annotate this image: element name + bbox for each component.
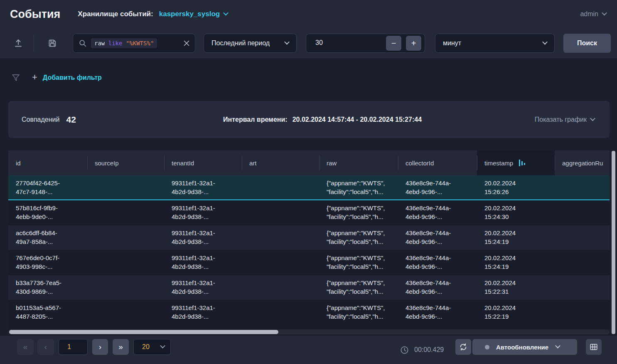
table-row[interactable]: b01153a5-a567- 4487-8205-...99311ef1-32a… — [8, 300, 610, 325]
cell-timestamp: 20.02.2024 15:26:26 — [477, 175, 555, 199]
horizontal-scrollbar[interactable] — [8, 330, 610, 334]
increment-button[interactable]: + — [406, 36, 421, 51]
interval-group: Интервал времени: 20.02.2024 14:57:44 - … — [223, 101, 422, 138]
autoupdate-label: Автообновление — [496, 344, 548, 351]
user-name: admin — [580, 10, 598, 18]
toolbar-divider — [34, 35, 34, 52]
export-button[interactable] — [10, 35, 27, 52]
table-row[interactable]: 57b816cf-9fb9- 4ebb-9de0-...99311ef1-32a… — [8, 200, 610, 225]
column-header-timestamp-label: timestamp — [484, 160, 513, 167]
column-header-raw[interactable]: raw — [319, 150, 398, 175]
matches-count: 42 — [66, 115, 76, 125]
search-button[interactable]: Поиск — [563, 34, 611, 53]
column-settings-button[interactable] — [586, 339, 602, 355]
query-timer: 00:00.429 — [400, 336, 444, 364]
events-table: id sourceIp tenantId art raw collectorId… — [8, 150, 610, 334]
column-header-timestamp[interactable]: timestamp — [477, 150, 555, 175]
autoupdate-button[interactable]: Автообновление — [472, 339, 577, 355]
cell-tenantid: 99311ef1-32a1- 4b2d-9d38-... — [164, 300, 242, 325]
search-input[interactable]: raw like "%KWTS%" — [73, 34, 195, 53]
sort-descending-icon — [519, 160, 526, 166]
chevron-down-icon — [284, 39, 290, 45]
app-header: События Хранилище событий: kaspersky_sys… — [0, 0, 617, 28]
interval-label: Интервал времени: — [223, 116, 288, 123]
vertical-scrollbar-thumb[interactable] — [612, 151, 615, 334]
cell-sourceip — [87, 300, 164, 325]
add-filter-button[interactable]: + Добавить фильтр — [32, 73, 102, 83]
interval-value: 20.02.2024 14:57:44 - 20.02.2024 15:27:4… — [293, 116, 422, 123]
user-menu[interactable]: admin — [580, 10, 606, 18]
search-icon — [79, 39, 87, 47]
cell-art — [242, 275, 319, 300]
table-row[interactable]: b33a7736-7ea5- 430d-9869-...99311ef1-32a… — [8, 275, 610, 300]
cell-timestamp: 20.02.2024 15:22:19 — [477, 300, 555, 325]
storage-label: Хранилище событий: — [78, 10, 153, 18]
cell-art — [242, 200, 319, 225]
period-select[interactable]: Последний период — [204, 34, 297, 53]
cell-raw: {"appname":"KWTS", "facility":"local5","… — [319, 300, 398, 325]
refresh-button[interactable] — [455, 339, 471, 355]
column-header-sourceip[interactable]: sourceIp — [87, 150, 164, 175]
cell-id: 767e6de0-0c7f- 4903-998c-... — [8, 250, 87, 275]
column-header-id[interactable]: id — [8, 150, 87, 175]
query-timer-value: 00:00.429 — [414, 346, 444, 354]
cell-aggregationru — [555, 300, 610, 325]
close-icon — [184, 40, 189, 46]
cell-timestamp: 20.02.2024 15:24:19 — [477, 225, 555, 250]
cell-tenantid: 99311ef1-32a1- 4b2d-9d38-... — [164, 175, 242, 199]
next-page-button[interactable]: › — [92, 339, 108, 355]
cell-collectorid: 436e8c9e-744a- 4ebd-9c96-... — [398, 300, 477, 325]
save-query-button[interactable] — [44, 35, 61, 52]
query-field: raw — [94, 40, 105, 47]
storage-select[interactable]: kaspersky_syslog — [159, 10, 228, 18]
period-select-value: Последний период — [211, 39, 270, 47]
period-amount-value: 30 — [315, 39, 323, 47]
period-amount-stepper[interactable]: 30 − + — [306, 34, 425, 53]
unit-select[interactable]: минут — [435, 34, 555, 53]
cell-raw: {"appname":"KWTS", "facility":"local5","… — [319, 200, 398, 225]
results-summary: Совпадений 42 Интервал времени: 20.02.20… — [8, 101, 610, 138]
cell-collectorid: 436e8c9e-744a- 4ebd-9c96-... — [398, 250, 477, 275]
clear-search-button[interactable] — [178, 40, 189, 46]
cell-id: b01153a5-a567- 4487-8205-... — [8, 300, 87, 325]
cell-art — [242, 225, 319, 250]
vertical-scrollbar[interactable] — [612, 151, 615, 334]
column-header-aggregationrule[interactable]: aggregationRu — [555, 150, 610, 175]
cell-raw: {"appname":"KWTS", "facility":"local5","… — [319, 250, 398, 275]
plus-icon: + — [32, 72, 37, 83]
table-header-row: id sourceIp tenantId art raw collectorId… — [8, 150, 610, 175]
cell-tenantid: 99311ef1-32a1- 4b2d-9d38-... — [164, 225, 242, 250]
last-page-button[interactable]: » — [113, 339, 129, 355]
first-page-button[interactable]: « — [17, 339, 34, 355]
query-operator: like — [108, 40, 123, 47]
page-title: События — [10, 8, 60, 21]
column-header-collectorid[interactable]: collectorId — [398, 150, 477, 175]
column-header-art[interactable]: art — [242, 150, 319, 175]
table-row[interactable]: 27704f42-6425- 47c7-9148-...99311ef1-32a… — [8, 175, 610, 200]
cell-art — [242, 300, 319, 325]
save-icon — [47, 38, 57, 48]
decrement-button[interactable]: − — [386, 36, 401, 51]
cell-timestamp: 20.02.2024 15:22:31 — [477, 275, 555, 300]
matches-label: Совпадений — [22, 116, 59, 123]
cell-aggregationru — [555, 225, 610, 250]
cell-raw: {"appname":"KWTS", "facility":"local5","… — [319, 225, 398, 250]
cell-id: 57b816cf-9fb9- 4ebb-9de0-... — [8, 200, 87, 225]
horizontal-scrollbar-thumb[interactable] — [9, 330, 278, 334]
column-header-tenantid[interactable]: tenantId — [164, 150, 242, 175]
unit-select-value: минут — [443, 39, 461, 47]
add-filter-label: Добавить фильтр — [43, 74, 102, 81]
table-row[interactable]: ac6c6dff-6b84- 49a7-858a-...99311ef1-32a… — [8, 225, 610, 250]
table-row[interactable]: 767e6de0-0c7f- 4903-998c-...99311ef1-32a… — [8, 250, 610, 275]
show-chart-button[interactable]: Показать график — [535, 101, 595, 138]
query-value: "%KWTS%" — [126, 40, 154, 47]
page-number-input[interactable] — [59, 339, 88, 355]
cell-sourceip — [87, 200, 164, 225]
search-toolbar: raw like "%KWTS%" Последний период 30 − … — [0, 28, 617, 58]
page-size-select[interactable]: 20 — [133, 339, 171, 355]
prev-page-button[interactable]: ‹ — [37, 339, 54, 355]
matches-group: Совпадений 42 — [22, 101, 76, 138]
events-page: События Хранилище событий: kaspersky_sys… — [0, 0, 617, 364]
chevron-down-icon — [555, 343, 560, 349]
cell-raw: {"appname":"KWTS", "facility":"local5","… — [319, 275, 398, 300]
